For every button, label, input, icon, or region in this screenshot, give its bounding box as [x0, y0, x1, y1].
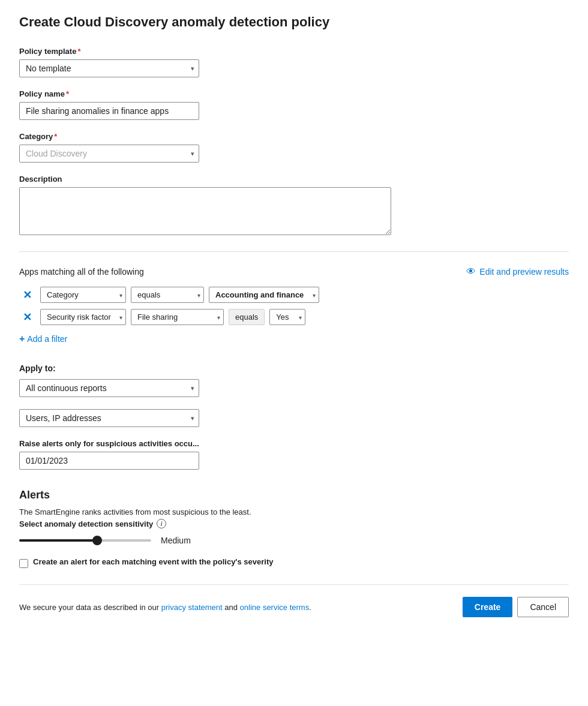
filter-2-field-select[interactable]: Security risk factor Category Compliance: [40, 309, 126, 325]
add-filter-plus-icon: +: [19, 334, 25, 344]
policy-name-input[interactable]: [19, 102, 199, 120]
alert-checkbox-label: Create an alert for each matching event …: [33, 557, 273, 566]
apply-to-report-wrapper: All continuous reports Specific reports …: [19, 379, 199, 397]
description-label: Description: [19, 175, 569, 184]
category-select[interactable]: Cloud Discovery Threat detection Complia…: [19, 145, 199, 163]
filter-1-field-select[interactable]: Category Security risk factor Compliance: [40, 287, 126, 303]
filter-1-value-wrapper: Accounting and finance Security Producti…: [209, 287, 319, 303]
apply-to-section: Apply to: All continuous reports Specifi…: [19, 363, 569, 427]
edit-preview-label: Edit and preview results: [479, 267, 569, 277]
info-icon: i: [157, 519, 166, 528]
filter-2-value-select[interactable]: Yes No: [269, 309, 305, 325]
raise-alerts-label: Raise alerts only for suspicious activit…: [19, 439, 569, 448]
alert-checkbox-row: Create an alert for each matching event …: [19, 557, 569, 570]
alerts-title: Alerts: [19, 489, 569, 501]
slider-value-label: Medium: [161, 536, 191, 545]
filter-row-2: ✕ Security risk factor Category Complian…: [19, 309, 569, 325]
create-button[interactable]: Create: [463, 597, 513, 617]
cancel-button[interactable]: Cancel: [517, 597, 569, 617]
online-service-terms-link[interactable]: online service terms: [240, 603, 310, 612]
filter-row-1: ✕ Category Security risk factor Complian…: [19, 287, 569, 303]
apply-to-report-group: All continuous reports Specific reports …: [19, 379, 569, 397]
category-wrapper: Cloud Discovery Threat detection Complia…: [19, 145, 199, 163]
policy-template-wrapper: No template Anomalous new cloud app use …: [19, 59, 199, 77]
filter-2-value-wrapper: Yes No ▾: [269, 309, 305, 325]
policy-template-label: Policy template*: [19, 47, 569, 56]
raise-alerts-date-input[interactable]: [19, 452, 199, 470]
privacy-statement-link[interactable]: privacy statement: [161, 603, 223, 612]
description-group: Description: [19, 175, 569, 237]
filter-1-value-select[interactable]: Accounting and finance Security Producti…: [209, 287, 319, 303]
footer-text-after: .: [309, 603, 311, 612]
alerts-section: Alerts The SmartEngine ranks activities …: [19, 489, 569, 570]
apply-to-label: Apply to:: [19, 363, 569, 373]
filter-2-field-wrapper: Security risk factor Category Compliance…: [40, 309, 126, 325]
description-textarea[interactable]: [19, 187, 391, 235]
filter-1-remove-button[interactable]: ✕: [19, 290, 35, 301]
alerts-description: The SmartEngine ranks activities from mo…: [19, 507, 569, 516]
footer-buttons: Create Cancel: [463, 597, 569, 617]
slider-row: Medium: [19, 536, 569, 545]
apply-to-users-group: Users, IP addresses Users IP addresses ▾: [19, 409, 569, 427]
apply-to-users-wrapper: Users, IP addresses Users IP addresses ▾: [19, 409, 199, 427]
apply-to-users-select[interactable]: Users, IP addresses Users IP addresses: [19, 409, 199, 427]
edit-preview-link[interactable]: 👁 Edit and preview results: [466, 266, 569, 277]
divider-1: [19, 251, 569, 252]
eye-icon: 👁: [466, 266, 476, 277]
category-label: Category*: [19, 132, 569, 141]
raise-alerts-group: Raise alerts only for suspicious activit…: [19, 439, 569, 470]
add-filter-label: Add a filter: [27, 334, 67, 344]
sensitivity-label-text: Select anomaly detection sensitivity: [19, 519, 153, 528]
policy-template-select[interactable]: No template Anomalous new cloud app use …: [19, 59, 199, 77]
page-title: Create Cloud Discovery anomaly detection…: [19, 14, 569, 30]
filter-1-field-wrapper: Category Security risk factor Compliance…: [40, 287, 126, 303]
filter-2-subfield-wrapper: File sharing Data loss prevention ▾: [131, 309, 224, 325]
filter-2-subfield-select[interactable]: File sharing Data loss prevention: [131, 309, 224, 325]
footer-text-before: We secure your data as described in our: [19, 603, 161, 612]
sensitivity-label-row: Select anomaly detection sensitivity i: [19, 519, 569, 528]
filter-1-operator-select[interactable]: equals does not equal: [131, 287, 204, 303]
policy-name-group: Policy name*: [19, 89, 569, 120]
footer: We secure your data as described in our …: [19, 584, 569, 617]
footer-text-between: and: [223, 603, 240, 612]
add-filter-button[interactable]: + Add a filter: [19, 331, 67, 347]
filter-2-equals-tag: equals: [229, 309, 265, 325]
footer-text: We secure your data as described in our …: [19, 603, 311, 612]
apply-to-report-select[interactable]: All continuous reports Specific reports: [19, 379, 199, 397]
filter-2-remove-button[interactable]: ✕: [19, 312, 35, 323]
policy-template-group: Policy template* No template Anomalous n…: [19, 47, 569, 77]
alert-checkbox[interactable]: [19, 559, 28, 568]
category-group: Category* Cloud Discovery Threat detecti…: [19, 132, 569, 163]
sensitivity-slider[interactable]: [19, 539, 151, 542]
apps-matching-title: Apps matching all of the following: [19, 267, 144, 277]
filter-1-operator-wrapper: equals does not equal ▾: [131, 287, 204, 303]
policy-name-label: Policy name*: [19, 89, 569, 98]
apps-matching-section-header: Apps matching all of the following 👁 Edi…: [19, 266, 569, 277]
